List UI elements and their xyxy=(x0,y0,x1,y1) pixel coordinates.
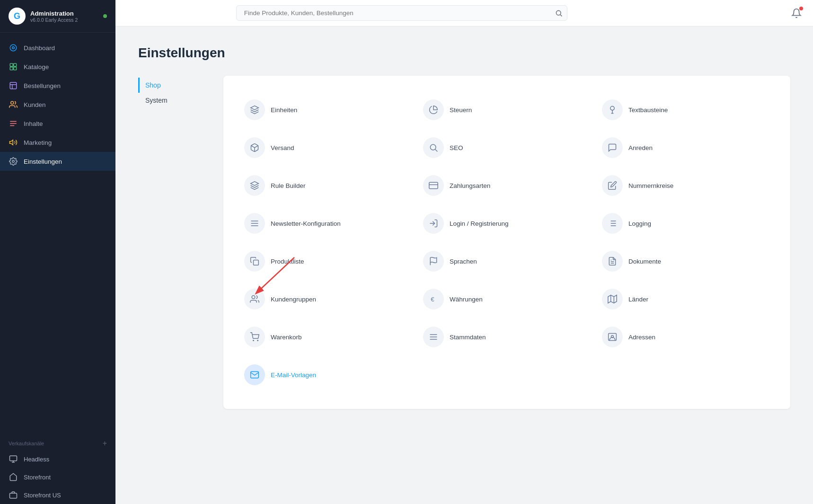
settings-item-label-einheiten: Einheiten xyxy=(271,106,297,114)
address-icon xyxy=(602,327,623,347)
sidebar-label-bestellungen: Bestellungen xyxy=(24,82,61,89)
settings-nav-shop[interactable]: Shop xyxy=(138,78,223,93)
main-area: Einstellungen ShopSystem Einheiten Steue… xyxy=(115,0,813,504)
channel-item-storefront[interactable]: Storefront xyxy=(0,468,115,486)
bulb-icon xyxy=(602,99,623,120)
add-channel-button[interactable]: + xyxy=(103,440,107,447)
settings-item-anreden[interactable]: Anreden xyxy=(596,129,775,167)
document-icon xyxy=(602,251,623,272)
settings-item-logging[interactable]: Logging xyxy=(596,204,775,242)
settings-item-sprachen[interactable]: Sprachen xyxy=(417,242,596,280)
sidebar-item-marketing[interactable]: Marketing xyxy=(0,133,115,152)
bestellungen-icon xyxy=(9,81,18,90)
settings-item-label-login: Login / Registrierung xyxy=(450,220,509,227)
settings-item-label-anreden: Anreden xyxy=(628,144,653,151)
channels-section: Verkaufskanäle + xyxy=(0,432,115,450)
svg-point-13 xyxy=(12,160,15,163)
storefront-icon xyxy=(9,472,18,482)
sidebar-item-inhalte[interactable]: Inhalte xyxy=(0,114,115,133)
sidebar-item-einstellungen[interactable]: Einstellungen xyxy=(0,152,115,171)
settings-item-nummernkreise[interactable]: Nummernkreise xyxy=(596,167,775,204)
settings-item-label-rule-builder: Rule Builder xyxy=(271,182,306,189)
settings-item-label-adressen: Adressen xyxy=(628,334,655,341)
settings-layout: ShopSystem Einheiten Steuern Textbaustei… xyxy=(138,76,790,409)
svg-rect-5 xyxy=(10,82,17,89)
settings-grid-container: Einheiten Steuern Textbausteine Versand … xyxy=(223,76,790,409)
sidebar-label-kunden: Kunden xyxy=(24,101,46,108)
svg-point-20 xyxy=(610,106,614,110)
sidebar-label-inhalte: Inhalte xyxy=(24,120,43,127)
marketing-icon xyxy=(9,138,18,147)
euro-icon: € xyxy=(423,289,444,309)
scale-icon xyxy=(244,99,265,120)
settings-item-label-email-vorlagen: E-Mail-Vorlagen xyxy=(271,371,316,379)
settings-item-dokumente[interactable]: Dokumente xyxy=(596,242,775,280)
search-icon[interactable] xyxy=(555,9,563,17)
settings-item-laender[interactable]: Länder xyxy=(596,280,775,318)
inhalte-icon xyxy=(9,119,18,128)
settings-item-adressen[interactable]: Adressen xyxy=(596,318,775,356)
settings-nav-system[interactable]: System xyxy=(138,93,223,108)
sidebar-item-kunden[interactable]: Kunden xyxy=(0,95,115,114)
settings-item-label-seo: SEO xyxy=(450,144,463,151)
settings-item-newsletter[interactable]: Newsletter-Konfiguration xyxy=(239,204,417,242)
lines-icon xyxy=(423,327,444,347)
app-name: Administration xyxy=(30,10,99,17)
svg-rect-3 xyxy=(10,67,13,70)
settings-item-einheiten[interactable]: Einheiten xyxy=(239,91,417,129)
page-title: Einstellungen xyxy=(138,45,790,61)
channel-item-headless[interactable]: Headless xyxy=(0,450,115,468)
svg-rect-14 xyxy=(10,456,17,461)
settings-item-zahlungsarten[interactable]: Zahlungsarten xyxy=(417,167,596,204)
settings-item-label-nummernkreise: Nummernkreise xyxy=(628,182,673,189)
settings-item-label-stammdaten: Stammdaten xyxy=(450,334,486,341)
svg-rect-2 xyxy=(14,63,17,66)
channel-label-headless: Headless xyxy=(24,456,49,463)
search-input[interactable] xyxy=(236,5,567,21)
sidebar-item-kataloge[interactable]: Kataloge xyxy=(0,57,115,76)
app-version: v6.0.0 Early Access 2 xyxy=(30,17,99,23)
sidebar-label-marketing: Marketing xyxy=(24,139,52,146)
sidebar-item-dashboard[interactable]: Dashboard xyxy=(0,38,115,57)
email-icon xyxy=(244,364,265,385)
sidebar-item-bestellungen[interactable]: Bestellungen xyxy=(0,76,115,95)
box-icon xyxy=(244,137,265,158)
settings-item-textbausteine[interactable]: Textbausteine xyxy=(596,91,775,129)
cart-icon xyxy=(244,327,265,347)
dashboard-icon xyxy=(9,43,18,53)
channel-item-storefront-us[interactable]: Storefront US xyxy=(0,486,115,504)
svg-point-18 xyxy=(556,10,561,15)
settings-item-login[interactable]: Login / Registrierung xyxy=(417,204,596,242)
svg-line-23 xyxy=(435,150,438,152)
settings-item-waehrungen[interactable]: € Währungen xyxy=(417,280,596,318)
topbar xyxy=(115,0,813,27)
channel-label-storefront: Storefront xyxy=(24,474,51,481)
settings-item-seo[interactable]: SEO xyxy=(417,129,596,167)
settings-item-label-steuern: Steuern xyxy=(450,106,472,114)
svg-rect-1 xyxy=(10,63,13,66)
menu-icon xyxy=(244,213,265,234)
settings-item-rule-builder[interactable]: Rule Builder xyxy=(239,167,417,204)
svg-point-46 xyxy=(253,340,254,341)
settings-item-steuern[interactable]: Steuern xyxy=(417,91,596,129)
settings-item-label-textbausteine: Textbausteine xyxy=(628,106,668,114)
settings-item-label-newsletter: Newsletter-Konfiguration xyxy=(271,220,341,227)
svg-marker-12 xyxy=(10,140,13,145)
svg-point-41 xyxy=(252,296,255,299)
settings-item-produktliste[interactable]: Produktliste xyxy=(239,242,417,280)
settings-item-kundengruppen[interactable]: Kundengruppen xyxy=(239,280,417,318)
settings-item-versand[interactable]: Versand xyxy=(239,129,417,167)
settings-item-warenkorb[interactable]: Warenkorb xyxy=(239,318,417,356)
list-icon xyxy=(602,213,623,234)
settings-item-email-vorlagen[interactable]: E-Mail-Vorlagen xyxy=(239,356,417,394)
kunden-icon xyxy=(9,100,18,109)
svg-rect-37 xyxy=(254,260,259,265)
settings-item-label-produktliste: Produktliste xyxy=(271,258,304,265)
storefront-us-icon xyxy=(9,490,18,500)
settings-item-stammdaten[interactable]: Stammdaten xyxy=(417,318,596,356)
settings-item-label-zahlungsarten: Zahlungsarten xyxy=(450,182,490,189)
svg-point-22 xyxy=(430,144,436,150)
notification-bell[interactable] xyxy=(791,8,802,18)
content-area: Einstellungen ShopSystem Einheiten Steue… xyxy=(115,27,813,504)
settings-item-label-versand: Versand xyxy=(271,144,294,151)
